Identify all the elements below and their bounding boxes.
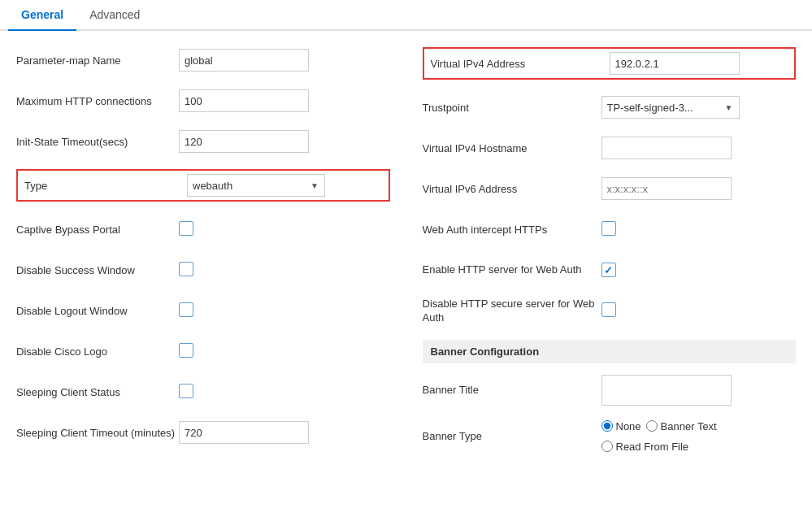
banner-type-label: Banner Type [423, 430, 601, 442]
max-http-label: Maximum HTTP connections [16, 95, 179, 107]
init-state-row: Init-State Timeout(secs) [16, 128, 390, 154]
disable-cisco-label: Disable Cisco Logo [16, 345, 179, 358]
banner-type-text-label: Banner Text [661, 420, 717, 432]
sleeping-timeout-row: Sleeping Client Timeout (minutes) [16, 419, 390, 445]
trustpoint-label: Trustpoint [423, 102, 601, 114]
init-state-label: Init-State Timeout(secs) [16, 136, 179, 148]
enable-http-server-label: Enable HTTP server for Web Auth [423, 263, 601, 277]
virtual-ipv4-hostname-control [601, 137, 797, 159]
captive-bypass-checkbox[interactable] [179, 221, 193, 236]
param-map-name-input[interactable] [179, 49, 309, 72]
trustpoint-select[interactable]: TP-self-signed-3... [601, 96, 740, 119]
param-map-name-label: Parameter-map Name [16, 54, 179, 67]
captive-bypass-control [179, 221, 390, 238]
sleeping-client-status-label: Sleeping Client Status [16, 386, 179, 398]
banner-type-none-radio[interactable] [601, 420, 613, 432]
virtual-ipv4-hostname-label: Virtual IPv4 Hostname [423, 142, 601, 154]
disable-cisco-checkbox[interactable] [179, 343, 193, 358]
init-state-control [179, 130, 390, 153]
disable-logout-control [179, 302, 390, 319]
virtual-ipv4-input[interactable] [610, 52, 740, 75]
trustpoint-row: Trustpoint TP-self-signed-3... ▼ [423, 94, 797, 120]
disable-http-secure-row: Disable HTTP secure server for Web Auth [423, 298, 797, 325]
web-auth-intercept-checkbox[interactable] [601, 221, 616, 236]
web-auth-intercept-control [601, 221, 797, 238]
enable-http-server-checkbox[interactable] [601, 263, 616, 277]
banner-section-header: Banner Configuration [423, 340, 797, 363]
banner-title-control [601, 375, 797, 406]
right-column: Virtual IPv4 Address Trustpoint TP-self-… [423, 47, 797, 467]
disable-success-label: Disable Success Window [16, 264, 179, 276]
virtual-ipv4-row-highlighted: Virtual IPv4 Address [423, 47, 797, 80]
type-row-highlighted: Type webauth consent both ▼ [16, 169, 390, 202]
type-control: webauth consent both ▼ [187, 174, 382, 197]
type-select-wrapper: webauth consent both ▼ [187, 174, 325, 197]
disable-http-secure-label: Disable HTTP secure server for Web Auth [423, 298, 601, 325]
virtual-ipv4-label: Virtual IPv4 Address [431, 58, 610, 70]
disable-cisco-row: Disable Cisco Logo [16, 338, 390, 364]
banner-type-text-radio[interactable] [646, 420, 658, 432]
virtual-ipv4-hostname-input[interactable] [601, 137, 732, 159]
trustpoint-select-wrapper: TP-self-signed-3... ▼ [601, 96, 740, 119]
tab-advanced[interactable]: Advanced [76, 0, 153, 31]
disable-logout-label: Disable Logout Window [16, 305, 179, 317]
virtual-ipv6-row: Virtual IPv6 Address [423, 176, 797, 202]
sleeping-client-status-row: Sleeping Client Status [16, 379, 390, 405]
web-auth-intercept-label: Web Auth intercept HTTPs [423, 224, 601, 236]
sleeping-timeout-control [179, 421, 390, 444]
sleeping-timeout-input[interactable] [179, 421, 309, 444]
tab-general[interactable]: General [8, 0, 76, 31]
disable-logout-row: Disable Logout Window [16, 298, 390, 324]
max-http-row: Maximum HTTP connections [16, 88, 390, 114]
type-label: Type [24, 180, 187, 192]
disable-success-row: Disable Success Window [16, 257, 390, 283]
main-content: Parameter-map Name Maximum HTTP connecti… [0, 47, 812, 467]
banner-type-row: Banner Type None Banner Text Read From F… [423, 420, 797, 453]
banner-type-file-option[interactable]: Read From File [601, 441, 689, 453]
banner-type-file-radio[interactable] [601, 441, 613, 452]
sleeping-timeout-label: Sleeping Client Timeout (minutes) [16, 427, 179, 439]
enable-http-server-control [601, 263, 797, 277]
banner-type-none-option[interactable]: None [601, 420, 641, 432]
captive-bypass-row: Captive Bypass Portal [16, 216, 390, 242]
disable-http-secure-control [601, 302, 797, 319]
web-auth-intercept-row: Web Auth intercept HTTPs [423, 216, 797, 242]
virtual-ipv6-input[interactable] [601, 177, 732, 200]
sleeping-client-status-control [179, 384, 390, 401]
param-map-name-control [179, 49, 390, 72]
banner-type-radio-group: None Banner Text Read From File [601, 420, 797, 453]
disable-cisco-control [179, 343, 390, 360]
banner-type-file-label: Read From File [616, 441, 689, 453]
disable-success-checkbox[interactable] [179, 262, 193, 276]
banner-title-row: Banner Title [423, 375, 797, 406]
trustpoint-control: TP-self-signed-3... ▼ [601, 96, 797, 119]
tabs-container: General Advanced [0, 0, 812, 31]
left-column: Parameter-map Name Maximum HTTP connecti… [16, 47, 390, 467]
param-map-name-row: Parameter-map Name [16, 47, 390, 73]
banner-type-none-label: None [616, 420, 641, 432]
virtual-ipv6-control [601, 177, 797, 200]
virtual-ipv6-label: Virtual IPv6 Address [423, 183, 601, 195]
disable-http-secure-checkbox[interactable] [601, 302, 616, 317]
banner-title-label: Banner Title [423, 384, 601, 396]
sleeping-client-status-checkbox[interactable] [179, 384, 193, 398]
banner-title-input[interactable] [601, 375, 732, 406]
init-state-input[interactable] [179, 130, 309, 153]
banner-type-text-option[interactable]: Banner Text [646, 420, 717, 432]
max-http-control [179, 89, 390, 112]
enable-http-server-row: Enable HTTP server for Web Auth [423, 257, 797, 283]
disable-success-control [179, 262, 390, 279]
virtual-ipv4-control [610, 52, 788, 75]
captive-bypass-label: Captive Bypass Portal [16, 224, 179, 236]
type-select[interactable]: webauth consent both [187, 174, 325, 197]
banner-type-control: None Banner Text Read From File [601, 420, 797, 453]
max-http-input[interactable] [179, 89, 309, 112]
disable-logout-checkbox[interactable] [179, 302, 193, 317]
virtual-ipv4-hostname-row: Virtual IPv4 Hostname [423, 135, 797, 161]
